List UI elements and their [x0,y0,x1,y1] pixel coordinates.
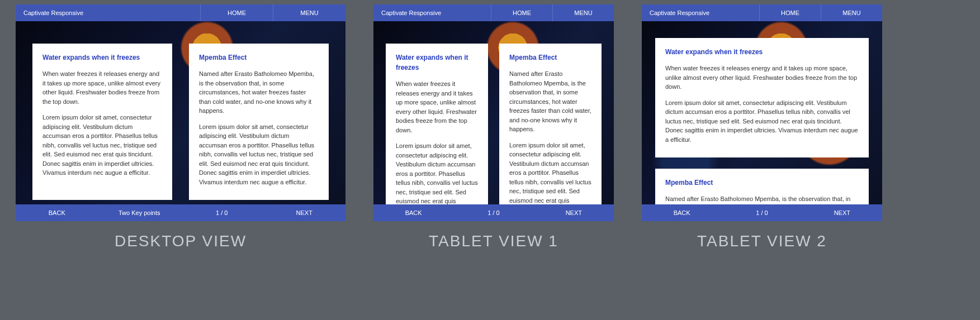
bottom-nav-bar: BACK Two Key points 1 / 0 NEXT [16,204,345,221]
bottom-nav-bar: BACK 1 / 0 NEXT [642,204,882,221]
nav-menu[interactable]: MENU [821,4,882,21]
back-button[interactable]: BACK [16,204,98,221]
card-paragraph: Lorem ipsum dolor sit amet, consectetur … [509,141,591,205]
brand-label: Captivate Responsive [16,9,200,16]
card-paragraph: Lorem ipsum dolor sit amet, consectetur … [396,141,478,204]
view-caption-tablet1: TABLET VIEW 1 [429,232,558,250]
card-paragraph: Lorem ipsum dolor sit amet, consectetur … [665,98,859,145]
card-title: Mpemba Effect [665,178,859,188]
view-caption-tablet2: TABLET VIEW 2 [697,232,827,250]
next-button[interactable]: NEXT [263,204,346,221]
card-water: Water expands when it freezes When water… [655,38,869,157]
next-button[interactable]: NEXT [802,204,882,221]
nav-home[interactable]: HOME [759,4,821,21]
card-paragraph: Named after Erasto Batholomeo Mpemba, is… [509,69,591,134]
tablet1-view-frame: Captivate Responsive HOME MENU Water exp… [373,4,614,221]
card-title: Mpemba Effect [509,52,591,63]
card-water: Water expands when it freezes When water… [32,44,172,200]
page-indicator: 1 / 0 [181,204,263,221]
next-button[interactable]: NEXT [534,204,614,221]
page-indicator: 1 / 0 [722,204,802,221]
nav-home[interactable]: HOME [200,4,273,21]
card-title: Mpemba Effect [199,52,319,63]
card-water: Water expands when it freezes When water… [386,44,488,204]
card-paragraph: When water freezes it releases energy an… [396,79,478,135]
page-indicator: 1 / 0 [453,204,533,221]
tablet2-view-frame: Captivate Responsive HOME MENU Water exp… [642,4,882,221]
back-button[interactable]: BACK [642,204,722,221]
card-title: Water expands when it freezes [42,52,162,63]
card-mpemba: Mpemba Effect Named after Erasto Batholo… [499,44,602,204]
card-paragraph: When water freezes it releases energy an… [665,64,859,92]
nav-menu[interactable]: MENU [273,4,345,21]
card-mpemba: Mpemba Effect Named after Erasto Batholo… [655,169,869,204]
card-title: Water expands when it freezes [665,47,859,57]
card-paragraph: Lorem ipsum dolor sit amet, consectetur … [42,113,162,178]
card-title: Water expands when it freezes [396,52,478,73]
brand-label: Captivate Responsive [642,9,759,16]
view-caption-desktop: DESKTOP VIEW [115,232,247,250]
card-mpemba: Mpemba Effect Named after Erasto Batholo… [189,44,329,200]
back-button[interactable]: BACK [373,204,453,221]
top-nav-bar: Captivate Responsive HOME MENU [16,4,345,21]
top-nav-bar: Captivate Responsive HOME MENU [373,4,614,21]
desktop-view-frame: Captivate Responsive HOME MENU Water exp… [16,4,345,221]
subtitle-label: Two Key points [98,204,181,221]
nav-home[interactable]: HOME [491,4,552,21]
nav-menu[interactable]: MENU [552,4,614,21]
bottom-nav-bar: BACK 1 / 0 NEXT [373,204,614,221]
card-paragraph: Named after Erasto Batholomeo Mpemba, is… [199,69,319,116]
card-paragraph: Lorem ipsum dolor sit amet, consectetur … [199,122,319,187]
card-paragraph: Named after Erasto Batholomeo Mpemba, is… [665,194,859,204]
brand-label: Captivate Responsive [373,9,491,16]
top-nav-bar: Captivate Responsive HOME MENU [642,4,882,21]
card-paragraph: When water freezes it releases energy an… [42,69,162,106]
